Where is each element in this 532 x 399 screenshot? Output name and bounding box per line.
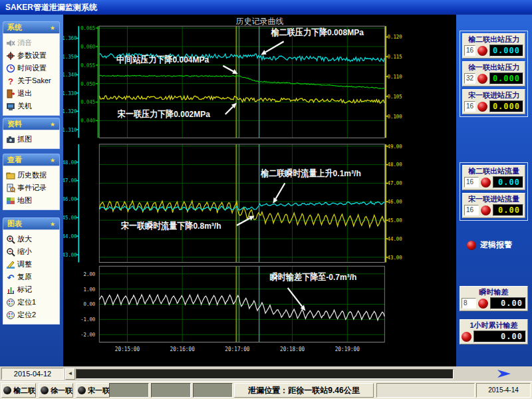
channel-number-field[interactable]: 16 xyxy=(464,45,475,56)
sidebar-item[interactable]: 消音 xyxy=(5,37,58,49)
svg-text:瞬时输差下降至-0.7m³/h: 瞬时输差下降至-0.7m³/h xyxy=(269,272,356,283)
sidebar-item[interactable]: 定位1 xyxy=(5,296,58,309)
message-display xyxy=(376,383,475,398)
date-display: 2015-04-12 xyxy=(1,368,64,380)
station-button[interactable]: 宋一联 xyxy=(76,383,110,398)
status-led-icon xyxy=(462,332,471,342)
channel-number-field[interactable]: 16 xyxy=(464,101,475,112)
sidebar-item[interactable]: 标记 xyxy=(5,283,58,296)
svg-text:中间站压力下降0.004MPa: 中间站压力下降0.004MPa xyxy=(116,54,209,65)
clock-display: 2015-4-14 12:56:54 xyxy=(476,383,531,398)
star-icon: ★ xyxy=(50,157,55,164)
adjust-icon xyxy=(6,260,15,269)
group-title: 榆二联出站流量 xyxy=(464,166,523,176)
svg-text:20:19:00: 20:19:00 xyxy=(335,346,360,353)
time-scrollbar[interactable] xyxy=(76,369,454,379)
svg-text:20:16:00: 20:16:00 xyxy=(170,346,195,353)
section-header-view[interactable]: 查看 ★ xyxy=(3,154,60,166)
station-buttons: 榆二联 徐一联 宋一联 xyxy=(1,383,110,398)
value-display: 0.00 xyxy=(473,331,526,342)
sidebar-item[interactable]: 调整 xyxy=(5,258,58,271)
svg-text:1.360: 1.360 xyxy=(63,35,77,41)
sidebar-item-label: 退出 xyxy=(17,88,32,98)
channel-number-field[interactable]: 16 xyxy=(464,205,479,215)
star-icon: ★ xyxy=(50,121,55,128)
svg-text:1.320: 1.320 xyxy=(63,108,77,114)
channel-number-field[interactable]: 16 xyxy=(464,177,479,188)
sidebar-item[interactable]: 退出 xyxy=(5,87,58,100)
value-display: 0.00 xyxy=(493,176,523,188)
app-window: SAKER管道泄漏监测系统 系统 ★ 消音参数设置时间设置?关于Saker退出关… xyxy=(0,0,532,399)
mute-icon xyxy=(6,39,15,48)
sidebar-item[interactable]: ↶复原 xyxy=(5,271,58,283)
sidebar-item[interactable]: 抓图 xyxy=(5,133,58,146)
value-display: 0.000 xyxy=(489,72,523,84)
svg-text:1.310: 1.310 xyxy=(63,126,77,132)
section-header-chart-tools[interactable]: 图表 ★ xyxy=(3,217,60,229)
svg-text:0.055: 0.055 xyxy=(80,62,95,68)
about-icon: ? xyxy=(6,76,15,86)
sidebar-item[interactable]: 放大 xyxy=(5,233,58,245)
scroll-back-button[interactable]: ◄ xyxy=(65,368,75,380)
channel-number-field[interactable]: 8 xyxy=(462,298,476,309)
svg-text:2.00: 2.00 xyxy=(84,271,96,277)
restore-icon: ↶ xyxy=(6,273,15,282)
sidebar-item[interactable]: 地图 xyxy=(5,194,58,207)
sidebar-item[interactable]: 历史数据 xyxy=(5,169,58,182)
svg-text:0.115: 0.115 xyxy=(388,54,402,60)
zoom-in-icon xyxy=(6,235,15,244)
sidebar-item-label: 地图 xyxy=(17,196,32,205)
right-panel: 榆二联出站压力 16 0.000 徐一联出站压力 32 0.000 宋一联进站压… xyxy=(456,15,532,366)
svg-text:46.00: 46.00 xyxy=(63,196,77,202)
section-title: 系统 xyxy=(7,23,22,33)
svg-text:45.00: 45.00 xyxy=(388,217,402,223)
section-header-data[interactable]: 资料 ★ xyxy=(3,118,60,130)
sidebar-item[interactable]: 参数设置 xyxy=(5,49,58,62)
section-title: 图表 xyxy=(7,219,22,229)
status-led-icon xyxy=(478,299,488,309)
svg-text:44.00: 44.00 xyxy=(63,233,77,239)
svg-text:1.330: 1.330 xyxy=(63,90,77,96)
group-title: 宋一联进站流量 xyxy=(464,194,523,203)
value-display: 0.00 xyxy=(493,204,523,216)
svg-text:宋一联瞬时流量下降0.8m³/h: 宋一联瞬时流量下降0.8m³/h xyxy=(120,220,221,231)
channel-number-field[interactable]: 32 xyxy=(464,73,475,84)
svg-text:-1.00: -1.00 xyxy=(80,317,95,323)
sidebar-item[interactable]: 定位2 xyxy=(5,309,58,321)
station-button[interactable]: 徐一联 xyxy=(39,383,73,398)
section-title: 资料 xyxy=(7,119,22,129)
sidebar-item-label: 参数设置 xyxy=(17,51,47,61)
sidebar-item-label: 历史数据 xyxy=(17,170,47,180)
locate2-icon xyxy=(6,311,15,320)
flow-readouts-box: 榆二联出站流量 16 0.00 宋一联进站流量 16 0.00 xyxy=(460,162,528,221)
section-header-system[interactable]: 系统 ★ xyxy=(3,21,60,33)
sidebar-item[interactable]: ?关于Saker xyxy=(5,74,58,87)
station-button[interactable]: 榆二联 xyxy=(1,383,36,398)
sidebar: 系统 ★ 消音参数设置时间设置?关于Saker退出关机 资料 ★ 抓图 查看 ★ xyxy=(0,15,63,366)
group-title: 榆二联出站压力 xyxy=(464,35,523,44)
svg-text:0.045: 0.045 xyxy=(80,99,95,105)
mark-icon xyxy=(6,285,15,295)
sidebar-item[interactable]: 事件记录 xyxy=(5,182,58,194)
svg-text:0.00: 0.00 xyxy=(84,301,96,307)
status-led-icon xyxy=(477,102,487,112)
svg-text:46.00: 46.00 xyxy=(388,199,402,205)
svg-text:44.00: 44.00 xyxy=(388,235,402,241)
sidebar-item-label: 调整 xyxy=(17,259,32,269)
svg-text:↶: ↶ xyxy=(7,273,15,282)
svg-text:43.00: 43.00 xyxy=(63,251,77,257)
forward-arrow-button[interactable] xyxy=(496,368,513,379)
alarm-led-icon xyxy=(467,241,476,250)
sidebar-item-label: 定位1 xyxy=(17,297,36,307)
sidebar-item[interactable]: 时间设置 xyxy=(5,62,58,74)
svg-text:45.00: 45.00 xyxy=(63,215,77,221)
group-title: 徐一联出站压力 xyxy=(464,63,523,72)
sidebar-item-label: 放大 xyxy=(17,234,32,244)
sidebar-item[interactable]: 缩小 xyxy=(5,245,58,258)
status-led-icon xyxy=(477,46,487,56)
exit-icon xyxy=(6,89,15,98)
sidebar-section-data: 资料 ★ 抓图 xyxy=(3,118,60,149)
sidebar-item[interactable]: 关机 xyxy=(5,100,58,112)
event-time-display xyxy=(109,383,149,398)
svg-text:20:15:00: 20:15:00 xyxy=(115,346,140,353)
